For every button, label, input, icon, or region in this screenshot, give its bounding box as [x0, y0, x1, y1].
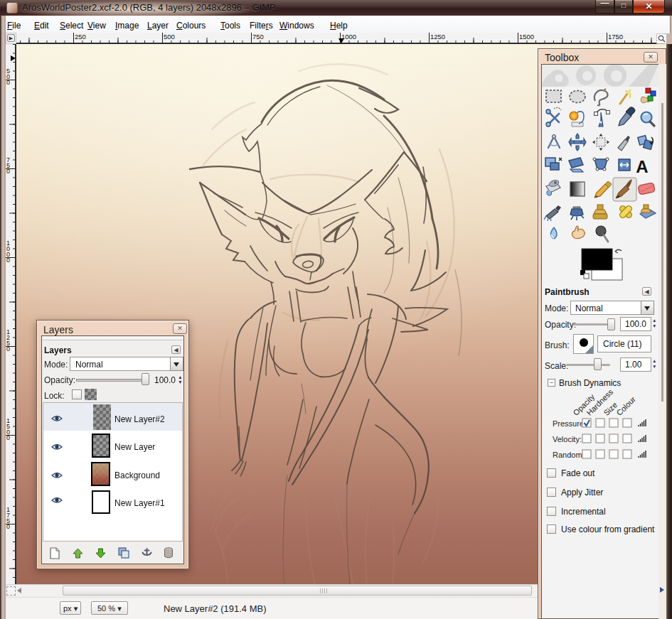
- svg-text:A: A: [636, 157, 648, 176]
